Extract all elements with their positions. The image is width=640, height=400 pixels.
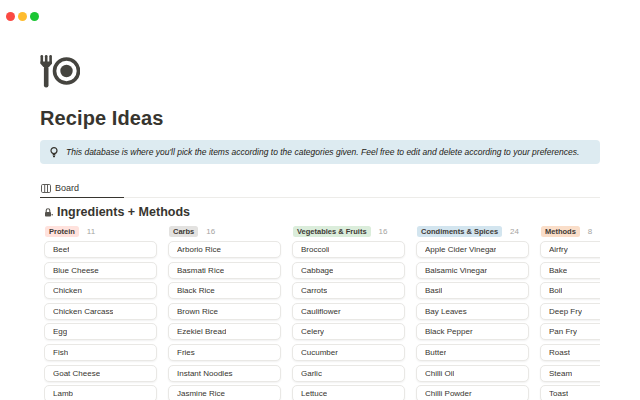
card[interactable]: Chicken (44, 282, 157, 299)
card[interactable]: Apple Cider Vinegar (416, 241, 529, 258)
card[interactable]: Lamb (44, 385, 157, 400)
card[interactable]: Roast (540, 344, 600, 361)
card[interactable]: Ezekiel Bread (168, 323, 281, 340)
card-title: Pan Fry (549, 327, 577, 336)
card[interactable]: Celery (292, 323, 405, 340)
card[interactable]: Brown Rice (168, 303, 281, 320)
card-title: Jasmine Rice (177, 389, 225, 398)
tab-board[interactable]: Board (40, 181, 124, 197)
card-title: Blue Cheese (53, 266, 99, 275)
card[interactable]: Fries (168, 344, 281, 361)
card-title: Instant Noodles (177, 369, 233, 378)
card[interactable]: Pan Fry (540, 323, 600, 340)
card[interactable]: Chilli Powder (416, 385, 529, 400)
column-cards: Arborio Rice Basmati Rice Black Rice Bro… (168, 241, 281, 400)
lightbulb-icon (50, 147, 58, 158)
card-title: Apple Cider Vinegar (425, 245, 496, 254)
card-title: Broccoli (301, 245, 329, 254)
card[interactable]: Lettuce (292, 385, 405, 400)
column-cards: Apple Cider Vinegar Balsamic Vinegar Bas… (416, 241, 529, 400)
card[interactable]: Black Rice (168, 282, 281, 299)
close-window-button[interactable] (6, 12, 15, 21)
card[interactable]: Carrots (292, 282, 405, 299)
board-view-icon (41, 184, 51, 193)
card-title: Brown Rice (177, 307, 218, 316)
card[interactable]: Basmati Rice (168, 262, 281, 279)
card[interactable]: Cabbage (292, 262, 405, 279)
column-badge: Methods (541, 226, 580, 237)
card-title: Boil (549, 286, 562, 295)
column-header[interactable]: Carbs 16 (169, 226, 281, 237)
column-cards: Airfry Bake Boil Deep Fry Pan Fry Roast … (540, 241, 600, 400)
card-title: Balsamic Vinegar (425, 266, 487, 275)
view-tabs: Board (40, 181, 600, 198)
column-header[interactable]: Protein 11 (45, 226, 157, 237)
callout[interactable]: This database is where you'll pick the i… (40, 140, 600, 164)
card[interactable]: Deep Fry (540, 303, 600, 320)
card-title: Bay Leaves (425, 307, 467, 316)
board-column: Methods 8 Airfry Bake Boil Deep Fry Pan … (540, 226, 600, 400)
card[interactable]: Cauliflower (292, 303, 405, 320)
page-title[interactable]: Recipe Ideas (40, 106, 600, 130)
card[interactable]: Cucumber (292, 344, 405, 361)
card[interactable]: Balsamic Vinegar (416, 262, 529, 279)
card[interactable]: Jasmine Rice (168, 385, 281, 400)
card[interactable]: Bake (540, 262, 600, 279)
card-title: Ezekiel Bread (177, 327, 226, 336)
card-title: Toast (549, 389, 568, 398)
card[interactable]: Egg (44, 323, 157, 340)
card[interactable]: Arborio Rice (168, 241, 281, 258)
zoom-window-button[interactable] (30, 12, 39, 21)
card-title: Cucumber (301, 348, 338, 357)
column-badge: Protein (45, 226, 79, 237)
column-count: 24 (510, 227, 519, 236)
column-cards: Beef Blue Cheese Chicken Chicken Carcass… (44, 241, 157, 400)
card[interactable]: Black Pepper (416, 323, 529, 340)
column-count: 16 (206, 227, 215, 236)
column-header[interactable]: Methods 8 (541, 226, 600, 237)
card[interactable]: Airfry (540, 241, 600, 258)
board-column: Condiments & Spices 24 Apple Cider Vineg… (416, 226, 529, 400)
board-column: Protein 11 Beef Blue Cheese Chicken Chic… (44, 226, 157, 400)
card-title: Beef (53, 245, 69, 254)
minimize-window-button[interactable] (18, 12, 27, 21)
card-title: Chilli Oil (425, 369, 454, 378)
card[interactable]: Broccoli (292, 241, 405, 258)
card-title: Celery (301, 327, 324, 336)
card[interactable]: Fish (44, 344, 157, 361)
column-header[interactable]: Condiments & Spices 24 (417, 226, 529, 237)
card-title: Fries (177, 348, 195, 357)
card-title: Garlic (301, 369, 322, 378)
card[interactable]: Bay Leaves (416, 303, 529, 320)
card[interactable]: Chicken Carcass (44, 303, 157, 320)
card[interactable]: Steam (540, 365, 600, 382)
card-title: Chicken Carcass (53, 307, 113, 316)
card[interactable]: Instant Noodles (168, 365, 281, 382)
column-badge: Vegetables & Fruits (293, 226, 371, 237)
callout-text: This database is where you'll pick the i… (66, 147, 579, 157)
database-title[interactable]: Ingredients + Methods (57, 205, 190, 219)
card-title: Airfry (549, 245, 568, 254)
column-cards: Broccoli Cabbage Carrots Cauliflower Cel… (292, 241, 405, 400)
card-title: Black Rice (177, 286, 215, 295)
card[interactable]: Beef (44, 241, 157, 258)
column-header[interactable]: Vegetables & Fruits 16 (293, 226, 405, 237)
card-title: Bake (549, 266, 567, 275)
card-title: Fish (53, 348, 68, 357)
card-title: Steam (549, 369, 572, 378)
card[interactable]: Goat Cheese (44, 365, 157, 382)
card[interactable]: Butter (416, 344, 529, 361)
card[interactable]: Boil (540, 282, 600, 299)
fork-and-plate-icon[interactable] (40, 55, 80, 89)
card[interactable]: Blue Cheese (44, 262, 157, 279)
card[interactable]: Chilli Oil (416, 365, 529, 382)
lock-icon (44, 208, 53, 217)
card[interactable]: Toast (540, 385, 600, 400)
card[interactable]: Basil (416, 282, 529, 299)
column-count: 16 (379, 227, 388, 236)
window-titlebar (0, 0, 640, 24)
column-count: 11 (87, 227, 95, 236)
card-title: Deep Fry (549, 307, 582, 316)
card-title: Chilli Powder (425, 389, 472, 398)
card[interactable]: Garlic (292, 365, 405, 382)
